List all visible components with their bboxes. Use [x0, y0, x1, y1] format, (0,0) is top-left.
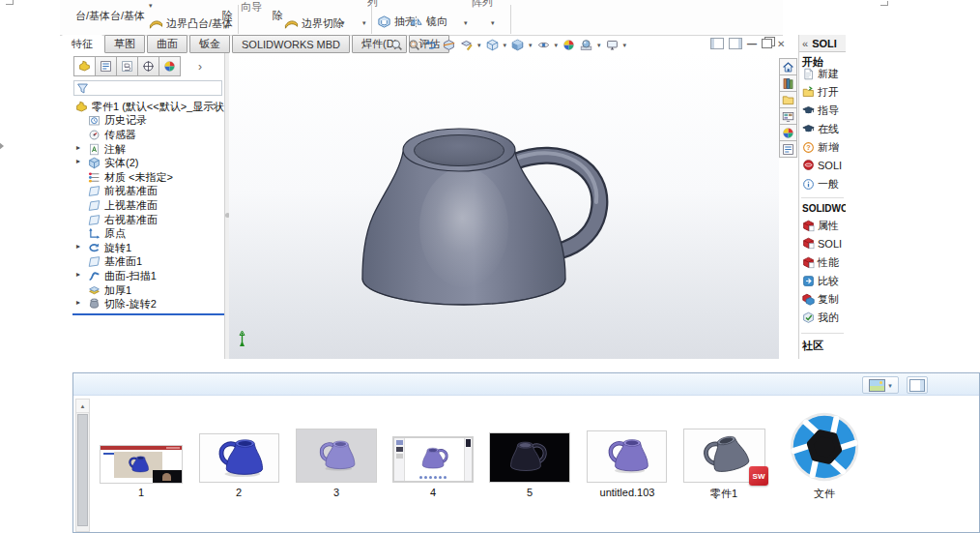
collapse-chevron-icon[interactable]: « [802, 38, 808, 49]
open-document-item[interactable]: 打开 [802, 85, 839, 100]
caret-down-icon[interactable]: ▾ [224, 23, 228, 30]
tab-display-manager[interactable] [159, 56, 181, 76]
whats-new-item[interactable]: 新增 [802, 140, 839, 155]
caret-down-icon[interactable]: ▾ [491, 19, 495, 26]
caret-down-icon[interactable]: ▾ [477, 42, 481, 48]
tab-property-manager[interactable] [96, 56, 117, 76]
tree-item-revolve1[interactable]: ▸ 旋转1 [72, 241, 224, 255]
tree-item-sensors[interactable]: 传感器 [72, 128, 224, 142]
tab-feature-tree[interactable] [73, 56, 96, 76]
graphics-viewport[interactable] [229, 53, 779, 359]
general-info-item[interactable]: 一般 [802, 177, 839, 192]
tree-item-right-plane[interactable]: 右视基准面 [72, 213, 224, 227]
change-view-button[interactable]: ▾ [862, 376, 899, 394]
file-label[interactable]: 文件 [766, 487, 882, 501]
tab-dimxpert-manager[interactable] [138, 56, 159, 76]
copy-settings-item[interactable]: 复制 [802, 292, 839, 307]
expand-arrow-icon[interactable]: ▸ [76, 298, 80, 307]
scrollbar-thumb[interactable] [77, 414, 88, 526]
display-style-icon[interactable] [511, 39, 524, 51]
caret-down-icon[interactable]: ▾ [362, 19, 366, 26]
appearances-icon[interactable] [779, 125, 797, 141]
caret-down-icon[interactable]: ▾ [597, 42, 601, 48]
caret-down-icon[interactable]: ▾ [149, 2, 153, 9]
hide-show-items-icon[interactable] [537, 39, 550, 51]
tree-item-history[interactable]: 历史记录 [72, 114, 224, 129]
home-icon[interactable] [779, 58, 797, 75]
file-thumbnail-untitled[interactable] [588, 431, 666, 482]
online-training-item[interactable]: 在线 [802, 122, 839, 136]
file-thumbnail-3[interactable] [297, 429, 376, 482]
tree-item-plane1[interactable]: 基准面1 [72, 255, 224, 270]
edit-appearance-icon[interactable] [562, 39, 575, 51]
tree-item-front-plane[interactable]: 前视基准面 [72, 185, 224, 199]
revolved-boss-button[interactable]: 台/基体 [110, 9, 145, 23]
annotation-view-icon[interactable] [460, 39, 473, 51]
previous-view-icon[interactable] [425, 39, 438, 51]
file-thumbnail-keyshot[interactable] [786, 410, 863, 484]
design-library-icon[interactable] [779, 75, 797, 92]
expand-arrow-icon[interactable]: ▸ [76, 270, 80, 279]
compare-item[interactable]: 比较 [802, 274, 839, 288]
scrollbar[interactable]: ▲ [75, 399, 90, 532]
view-palette-icon[interactable] [779, 108, 797, 125]
my-products-item[interactable]: 我的 [802, 311, 839, 325]
file-label[interactable]: 零件1 [666, 487, 782, 501]
tree-root[interactable]: 零件1 (默认<<默认>_显示状态 1>) [72, 100, 224, 114]
file-thumbnail-part[interactable]: SW [684, 429, 764, 482]
caret-down-icon[interactable]: ▾ [504, 42, 507, 48]
custom-properties-icon[interactable] [779, 141, 797, 158]
mirror-button[interactable]: 镜向 [409, 15, 447, 29]
mug-model[interactable] [319, 92, 648, 329]
file-thumbnail-1[interactable] [101, 446, 182, 483]
filter-input[interactable] [92, 83, 219, 93]
tree-item-solid-bodies[interactable]: ▸ 实体(2) [72, 156, 224, 170]
show-right-pane-icon[interactable] [729, 38, 742, 49]
performance-benchmark-item[interactable]: 性能 [802, 255, 839, 270]
caret-down-icon[interactable]: ▾ [464, 19, 468, 26]
tree-item-surface-sweep1[interactable]: ▸ 曲面-扫描1 [72, 269, 224, 283]
tab-solidworks-mbd[interactable]: SOLIDWORKS MBD [232, 35, 350, 53]
boundary-boss-button[interactable]: 边界凸台/基体 [149, 16, 233, 31]
solidworks-rx-item[interactable]: SOLI [802, 237, 842, 250]
extruded-boss-button[interactable]: 台/基体 [75, 9, 110, 23]
section-view-icon[interactable] [443, 39, 455, 51]
expand-arrow-icon[interactable]: ▸ [76, 143, 80, 152]
property-tab-builder-item[interactable]: 属性 [802, 219, 839, 233]
tree-item-thicken1[interactable]: 加厚1 [72, 283, 224, 298]
caret-down-icon[interactable]: ▾ [529, 42, 533, 48]
expand-arrow-icon[interactable]: ▸ [76, 157, 80, 165]
revolved-cut-button[interactable]: 除 [273, 9, 283, 23]
file-thumbnail-2[interactable] [200, 434, 278, 482]
expand-arrow-icon[interactable]: ▸ [76, 242, 80, 251]
file-explorer-icon[interactable] [779, 92, 797, 108]
tutorials-item[interactable]: 指导 [802, 104, 839, 118]
solidworks-item[interactable]: SOLI [802, 159, 842, 171]
minimize-button[interactable]: — [747, 39, 757, 49]
tab-sketch[interactable]: 草图 [104, 35, 145, 53]
new-document-item[interactable]: 新建 [802, 67, 839, 81]
chevron-right-icon[interactable]: › [198, 60, 202, 74]
restore-button[interactable] [762, 39, 772, 48]
tree-item-origin[interactable]: 原点 [72, 226, 224, 241]
caret-down-icon[interactable]: ▾ [555, 42, 559, 48]
caret-down-icon[interactable]: ▾ [341, 19, 345, 26]
tree-item-material[interactable]: 材质 <未指定> [72, 170, 224, 185]
close-button[interactable]: ✕ [777, 39, 785, 49]
zoom-to-fit-icon[interactable] [390, 39, 403, 51]
caret-down-icon[interactable]: ▾ [623, 42, 627, 48]
preview-pane-button[interactable] [907, 376, 928, 394]
file-thumbnail-5[interactable] [490, 433, 569, 482]
scroll-up-icon[interactable]: ▲ [76, 400, 89, 413]
show-left-pane-icon[interactable] [710, 38, 724, 49]
rollback-bar[interactable] [72, 313, 224, 315]
zoom-to-area-icon[interactable] [408, 39, 420, 51]
view-settings-icon[interactable] [606, 39, 619, 51]
tree-item-top-plane[interactable]: 上视基准面 [72, 198, 224, 213]
tree-item-cut-revolve2[interactable]: ▸ 切除-旋转2 [72, 297, 224, 311]
tab-surfaces[interactable]: 曲面 [147, 35, 187, 53]
extruded-cut-button[interactable]: 除 [222, 9, 233, 23]
view-orientation-icon[interactable] [486, 39, 499, 51]
tab-configuration-manager[interactable] [117, 56, 138, 76]
apply-scene-icon[interactable] [580, 39, 592, 51]
